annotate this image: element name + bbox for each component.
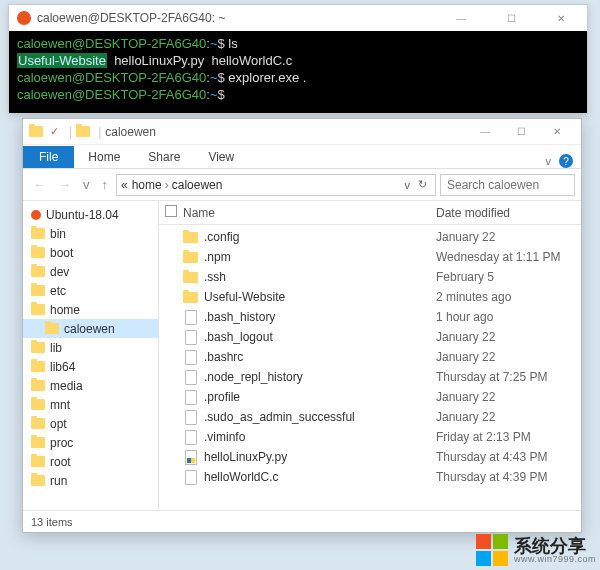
file-row[interactable]: helloWorldC.cThursday at 4:39 PM — [159, 467, 581, 487]
explorer-title-bar[interactable]: ✓ | | caloewen — ☐ ✕ — [23, 119, 581, 145]
linux-icon — [31, 210, 41, 220]
column-headers: Name Date modified — [159, 201, 581, 225]
terminal-title-bar[interactable]: caloewen@DESKTOP-2FA6G40: ~ — ☐ ✕ — [9, 5, 587, 31]
file-row[interactable]: Useful-Website2 minutes ago — [159, 287, 581, 307]
tree-item[interactable]: caloewen — [23, 319, 158, 338]
file-row[interactable]: .node_repl_historyThursday at 7:25 PM — [159, 367, 581, 387]
folder-icon — [31, 399, 45, 410]
column-name[interactable]: Name — [183, 206, 436, 220]
terminal-line: caloewen@DESKTOP-2FA6G40:~$ ls — [17, 35, 579, 52]
file-list[interactable]: .configJanuary 22.npmWednesday at 1:11 P… — [159, 225, 581, 510]
folder-icon — [183, 290, 198, 305]
qa-folder-icon-2[interactable] — [76, 125, 90, 139]
file-name: .bash_logout — [204, 330, 436, 344]
terminal-close-button[interactable]: ✕ — [543, 6, 579, 30]
folder-icon — [31, 475, 45, 486]
addr-segment[interactable]: caloewen — [172, 178, 223, 192]
folder-icon — [31, 361, 45, 372]
file-date: Thursday at 4:39 PM — [436, 470, 581, 484]
column-date[interactable]: Date modified — [436, 206, 581, 220]
file-row[interactable]: .bashrcJanuary 22 — [159, 347, 581, 367]
file-row[interactable]: .sshFebruary 5 — [159, 267, 581, 287]
tree-item[interactable]: run — [23, 471, 158, 490]
terminal-body[interactable]: caloewen@DESKTOP-2FA6G40:~$ ls Useful-We… — [9, 31, 587, 107]
file-icon — [183, 430, 198, 445]
file-row[interactable]: helloLinuxPy.pyThursday at 4:43 PM — [159, 447, 581, 467]
file-row[interactable]: .sudo_as_admin_successfulJanuary 22 — [159, 407, 581, 427]
tree-item-label: boot — [50, 246, 73, 260]
tab-view[interactable]: View — [194, 146, 248, 168]
file-date: Friday at 2:13 PM — [436, 430, 581, 444]
addr-dropdown-button[interactable]: v — [401, 179, 415, 191]
search-input[interactable] — [440, 174, 575, 196]
file-name: .bashrc — [204, 350, 436, 364]
file-icon — [183, 410, 198, 425]
refresh-button[interactable]: ↻ — [414, 178, 431, 191]
explorer-close-button[interactable]: ✕ — [539, 120, 575, 144]
tree-item[interactable]: bin — [23, 224, 158, 243]
qa-check-icon[interactable]: ✓ — [47, 125, 61, 139]
explorer-minimize-button[interactable]: — — [467, 120, 503, 144]
watermark-url: www.win7999.com — [514, 555, 596, 564]
tree-item[interactable]: opt — [23, 414, 158, 433]
tree-item[interactable]: dev — [23, 262, 158, 281]
terminal-maximize-button[interactable]: ☐ — [493, 6, 529, 30]
watermark: 系统分享 www.win7999.com — [476, 534, 596, 566]
file-row[interactable]: .configJanuary 22 — [159, 227, 581, 247]
file-row[interactable]: .profileJanuary 22 — [159, 387, 581, 407]
ribbon-expand-button[interactable]: v — [546, 155, 552, 167]
help-icon[interactable]: ? — [559, 154, 573, 168]
file-row[interactable]: .bash_logoutJanuary 22 — [159, 327, 581, 347]
file-name: .bash_history — [204, 310, 436, 324]
address-bar[interactable]: « home › caloewen v ↻ — [116, 174, 436, 196]
tree-item[interactable]: boot — [23, 243, 158, 262]
file-name: .npm — [204, 250, 436, 264]
file-row[interactable]: .bash_history1 hour ago — [159, 307, 581, 327]
folder-icon — [45, 323, 59, 334]
addr-segment[interactable]: home — [132, 178, 162, 192]
tree-item[interactable]: home — [23, 300, 158, 319]
tree-item[interactable]: lib — [23, 338, 158, 357]
select-all-checkbox[interactable] — [165, 205, 183, 220]
qa-separator: | — [98, 125, 101, 139]
file-date: Thursday at 4:43 PM — [436, 450, 581, 464]
tree-item[interactable]: proc — [23, 433, 158, 452]
file-date: Wednesday at 1:11 PM — [436, 250, 581, 264]
tree-item-label: home — [50, 303, 80, 317]
file-name: .viminfo — [204, 430, 436, 444]
tree-item-label: lib — [50, 341, 62, 355]
explorer-maximize-button[interactable]: ☐ — [503, 120, 539, 144]
folder-icon — [31, 228, 45, 239]
tab-home[interactable]: Home — [74, 146, 134, 168]
tab-share[interactable]: Share — [134, 146, 194, 168]
tab-file[interactable]: File — [23, 146, 74, 168]
terminal-minimize-button[interactable]: — — [443, 6, 479, 30]
file-name: .ssh — [204, 270, 436, 284]
tree-root[interactable]: Ubuntu-18.04 — [23, 205, 158, 224]
terminal-title: caloewen@DESKTOP-2FA6G40: ~ — [37, 11, 443, 25]
tree-item-label: run — [50, 474, 67, 488]
up-button[interactable]: ↑ — [98, 177, 113, 192]
tree-item[interactable]: lib64 — [23, 357, 158, 376]
tree-item[interactable]: root — [23, 452, 158, 471]
file-name: .config — [204, 230, 436, 244]
back-button[interactable]: ← — [29, 177, 50, 192]
tree-item[interactable]: media — [23, 376, 158, 395]
qa-folder-icon[interactable] — [29, 125, 43, 139]
folder-icon — [183, 230, 198, 245]
file-icon — [183, 470, 198, 485]
file-name: Useful-Website — [204, 290, 436, 304]
tree-item[interactable]: etc — [23, 281, 158, 300]
forward-button[interactable]: → — [54, 177, 75, 192]
file-row[interactable]: .npmWednesday at 1:11 PM — [159, 247, 581, 267]
ribbon-tabs: File Home Share View v ? — [23, 145, 581, 169]
folder-tree[interactable]: Ubuntu-18.04 binbootdevetchomecaloewenli… — [23, 201, 159, 510]
file-date: January 22 — [436, 330, 581, 344]
nav-dropdown-button[interactable]: v — [79, 177, 94, 192]
file-row[interactable]: .viminfoFriday at 2:13 PM — [159, 427, 581, 447]
chevron-right-icon: › — [165, 178, 169, 192]
status-item-count: 13 items — [31, 516, 73, 528]
tree-item[interactable]: mnt — [23, 395, 158, 414]
tree-root-label: Ubuntu-18.04 — [46, 208, 119, 222]
file-name: helloLinuxPy.py — [204, 450, 436, 464]
